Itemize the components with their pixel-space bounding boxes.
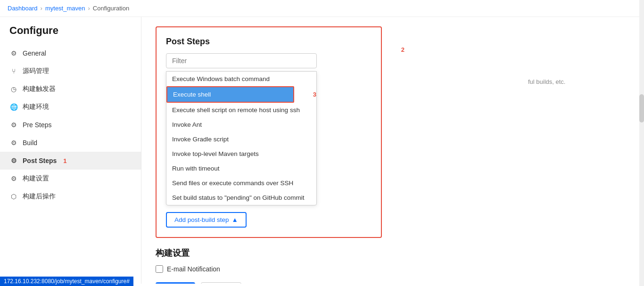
sidebar-item-label-general: General bbox=[23, 49, 46, 57]
build-settings-title: 构建设置 bbox=[156, 247, 630, 259]
dropdown-item-invoke-ant[interactable]: Invoke Ant bbox=[166, 117, 316, 132]
filter-input[interactable] bbox=[166, 53, 317, 68]
breadcrumb: Dashboard › mytest_maven › Configuration bbox=[0, 0, 644, 17]
breadcrumb-dashboard[interactable]: Dashboard bbox=[8, 5, 38, 12]
action-buttons: 保存 应用 bbox=[156, 282, 630, 284]
email-notification-checkbox[interactable] bbox=[156, 265, 163, 273]
gear-build-icon: ⚙ bbox=[9, 139, 18, 147]
dropdown-item-run-timeout[interactable]: Run with timeout bbox=[166, 161, 316, 176]
execute-shell-row: Execute shell 3 bbox=[166, 86, 316, 103]
dropdown-item-invoke-maven[interactable]: Invoke top-level Maven targets bbox=[166, 147, 316, 161]
dropdown-list: Execute Windows batch command Execute sh… bbox=[166, 71, 317, 205]
badge-3: 3 bbox=[313, 91, 316, 98]
sidebar-item-post-build[interactable]: ⬡ 构建后操作 bbox=[0, 188, 141, 205]
sidebar-item-label-build-trigger: 构建触发器 bbox=[23, 85, 56, 93]
dropdown-item-invoke-gradle[interactable]: Invoke Gradle script bbox=[166, 132, 316, 147]
globe-icon: 🌐 bbox=[9, 103, 18, 111]
dropdown-item-send-files-ssh[interactable]: Send files or execute commands over SSH bbox=[166, 176, 316, 190]
badge-1: 1 bbox=[63, 157, 66, 164]
badge-2: 2 bbox=[401, 46, 405, 53]
breadcrumb-sep-1: › bbox=[41, 5, 42, 12]
gear-icon: ⚙ bbox=[9, 49, 18, 57]
sidebar-item-source-mgmt[interactable]: ⑂ 源码管理 bbox=[0, 62, 141, 80]
helper-text: ful builds, etc. bbox=[528, 78, 566, 85]
sidebar-item-label-pre-steps: Pre Steps bbox=[23, 121, 51, 129]
sidebar-item-build-settings[interactable]: ⚙ 构建设置 bbox=[0, 170, 141, 188]
post-steps-title: Post Steps bbox=[166, 37, 372, 47]
sidebar-item-label-post-steps: Post Steps bbox=[23, 157, 57, 164]
dropdown-item-execute-shell[interactable]: Execute shell bbox=[166, 86, 294, 103]
email-notification-row: E-mail Notification bbox=[156, 265, 630, 273]
cube-icon: ⬡ bbox=[9, 192, 18, 201]
sidebar-item-post-steps[interactable]: ⚙ Post Steps 1 bbox=[0, 152, 141, 170]
sidebar: Configure ⚙ General ⑂ 源码管理 ◷ 构建触发器 🌐 构建环… bbox=[0, 17, 141, 284]
gear-settings-icon: ⚙ bbox=[9, 174, 18, 183]
sidebar-item-pre-steps[interactable]: ⚙ Pre Steps bbox=[0, 116, 141, 134]
add-step-btn-label: Add post-build step bbox=[174, 216, 229, 223]
breadcrumb-current: Configuration bbox=[93, 5, 129, 12]
build-settings-section: 构建设置 E-mail Notification bbox=[156, 247, 630, 273]
gear-post-icon: ⚙ bbox=[9, 156, 18, 165]
dropdown-item-execute-shell-ssh[interactable]: Execute shell script on remote host usin… bbox=[166, 103, 316, 117]
dropdown-item-set-build-status[interactable]: Set build status to "pending" on GitHub … bbox=[166, 190, 316, 205]
sidebar-item-label-build-env: 构建环境 bbox=[23, 103, 49, 111]
email-notification-label: E-mail Notification bbox=[167, 265, 220, 273]
breadcrumb-project[interactable]: mytest_maven bbox=[45, 5, 85, 12]
dropdown-item-windows-batch[interactable]: Execute Windows batch command bbox=[166, 72, 316, 86]
gear-pre-icon: ⚙ bbox=[9, 121, 18, 129]
sidebar-title: Configure bbox=[0, 25, 141, 44]
fork-icon: ⑂ bbox=[9, 67, 18, 75]
sidebar-item-label-source-mgmt: 源码管理 bbox=[23, 67, 49, 75]
add-post-build-step-button[interactable]: Add post-build step ▲ bbox=[166, 212, 247, 228]
sidebar-item-label-build-settings: 构建设置 bbox=[23, 174, 49, 183]
apply-button[interactable]: 应用 bbox=[201, 282, 241, 284]
save-button[interactable]: 保存 bbox=[156, 282, 195, 284]
breadcrumb-sep-2: › bbox=[88, 5, 90, 12]
scrollbar-track bbox=[639, 0, 644, 286]
sidebar-item-label-post-build: 构建后操作 bbox=[23, 192, 56, 201]
clock-icon: ◷ bbox=[9, 85, 18, 93]
sidebar-item-build-trigger[interactable]: ◷ 构建触发器 bbox=[0, 80, 141, 98]
sidebar-item-general[interactable]: ⚙ General bbox=[0, 44, 141, 62]
chevron-up-icon: ▲ bbox=[232, 216, 238, 223]
sidebar-item-build[interactable]: ⚙ Build bbox=[0, 134, 141, 152]
status-bar: 172.16.10.232:8080/job/mytest_maven/conf… bbox=[0, 277, 133, 286]
sidebar-item-build-env[interactable]: 🌐 构建环境 bbox=[0, 98, 141, 116]
post-steps-section: Post Steps Execute Windows batch command… bbox=[156, 26, 382, 238]
content-area: Post Steps Execute Windows batch command… bbox=[141, 17, 644, 284]
scrollbar-thumb[interactable] bbox=[639, 94, 644, 123]
sidebar-item-label-build: Build bbox=[23, 139, 37, 147]
